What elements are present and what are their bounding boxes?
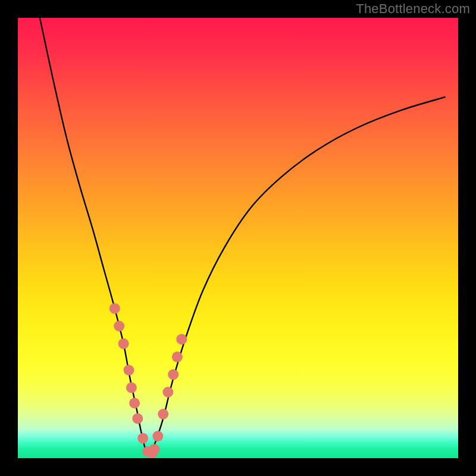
highlight-dot	[123, 365, 134, 375]
highlight-dot	[158, 409, 168, 419]
chart-svg	[18, 18, 458, 458]
watermark-text: TheBottleneck.com	[356, 1, 470, 17]
highlight-dot	[152, 431, 163, 441]
highlight-dot	[114, 321, 124, 331]
highlight-dot	[137, 433, 148, 444]
highlight-dot	[129, 398, 140, 409]
highlight-dot	[172, 352, 183, 362]
highlight-dot	[118, 339, 129, 349]
highlight-dot	[168, 369, 178, 380]
highlight-dots	[109, 303, 187, 458]
highlight-dot	[109, 303, 120, 314]
highlight-dot	[149, 444, 159, 455]
bottleneck-curve	[40, 18, 445, 454]
plot-area	[18, 18, 458, 458]
highlight-dot	[176, 334, 187, 345]
highlight-dot	[132, 413, 143, 424]
chart-stage: TheBottleneck.com	[0, 0, 476, 476]
highlight-dot	[162, 387, 173, 397]
highlight-dot	[126, 383, 137, 393]
